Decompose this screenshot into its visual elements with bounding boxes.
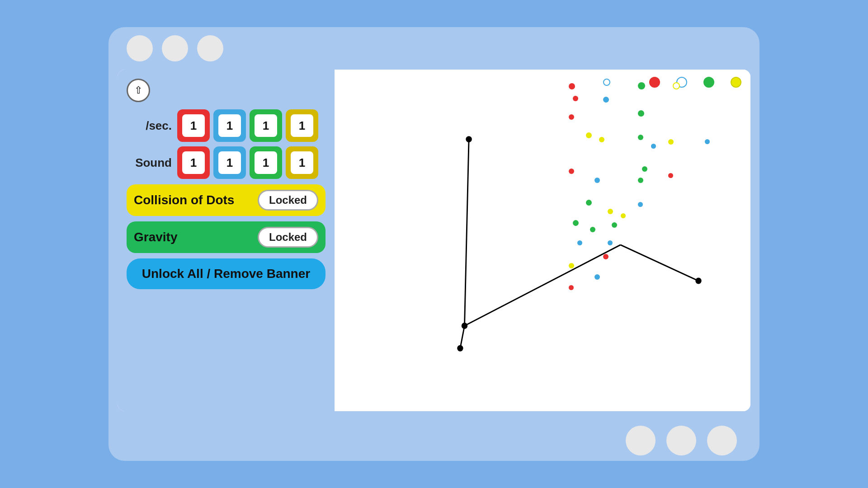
svg-point-4 xyxy=(466,136,472,142)
svg-line-3 xyxy=(621,245,699,281)
svg-point-6 xyxy=(457,345,463,352)
up-button[interactable]: ⇧ xyxy=(127,79,150,102)
dot-23 xyxy=(573,220,579,226)
dot-16 xyxy=(642,166,647,172)
dot-19 xyxy=(586,200,592,206)
footer-bar xyxy=(108,420,760,461)
blue-sound-box: 1 xyxy=(213,146,246,179)
rate-label: /sec. xyxy=(127,119,172,133)
dot-27 xyxy=(577,240,582,245)
dot-25 xyxy=(612,222,617,228)
svg-point-7 xyxy=(695,278,701,284)
legend-dot-yellow xyxy=(731,77,741,88)
blue-rate-value: 1 xyxy=(218,114,241,137)
legend-dot-red xyxy=(649,77,660,88)
dot-30 xyxy=(594,274,600,280)
dot-11 xyxy=(668,139,674,145)
dot-24 xyxy=(590,227,595,232)
titlebar xyxy=(108,27,760,70)
dot-8 xyxy=(586,132,592,138)
dot-10 xyxy=(638,135,643,140)
gravity-label: Gravity xyxy=(134,230,251,244)
dot-1 xyxy=(603,79,610,86)
dot-18 xyxy=(668,173,673,178)
unlock-all-button[interactable]: Unlock All / Remove Banner xyxy=(127,258,326,289)
dot-26 xyxy=(608,240,613,245)
collision-feature-row: Collision of Dots Locked xyxy=(127,184,326,216)
dot-22 xyxy=(621,213,626,218)
dot-29 xyxy=(569,263,574,268)
blue-rate-box: 1 xyxy=(213,109,246,142)
dot-2 xyxy=(638,82,645,89)
dot-legend xyxy=(649,77,741,88)
dot-3 xyxy=(673,82,680,89)
yellow-rate-value: 1 xyxy=(291,114,313,137)
collision-label: Collision of Dots xyxy=(134,193,251,207)
simulation-area xyxy=(335,70,750,411)
yellow-rate-box: 1 xyxy=(286,109,318,142)
svg-line-1 xyxy=(460,326,465,348)
red-rate-box: 1 xyxy=(177,109,210,142)
dot-0 xyxy=(569,83,575,89)
dot-7 xyxy=(638,110,644,117)
simulation-lines xyxy=(335,70,750,411)
svg-line-2 xyxy=(465,245,621,326)
main-window: ⇧ /sec. 1 1 1 1 Sound xyxy=(108,27,760,461)
footer-btn-1[interactable] xyxy=(626,426,656,455)
content-area: ⇧ /sec. 1 1 1 1 Sound xyxy=(118,70,750,411)
red-sound-box: 1 xyxy=(177,146,210,179)
svg-point-5 xyxy=(462,323,467,329)
yellow-sound-value: 1 xyxy=(291,151,313,174)
dot-4 xyxy=(573,96,578,101)
dot-5 xyxy=(603,97,609,103)
dot-21 xyxy=(608,209,613,214)
red-sound-value: 1 xyxy=(182,151,205,174)
gravity-locked-badge: Locked xyxy=(258,227,318,248)
green-sound-box: 1 xyxy=(250,146,282,179)
green-rate-box: 1 xyxy=(250,109,282,142)
titlebar-btn-2[interactable] xyxy=(162,35,188,61)
dot-13 xyxy=(705,139,710,144)
legend-dot-green xyxy=(703,77,714,88)
gravity-feature-row: Gravity Locked xyxy=(127,221,326,253)
titlebar-btn-3[interactable] xyxy=(197,35,223,61)
dot-6 xyxy=(569,114,574,120)
dot-20 xyxy=(638,202,643,207)
footer-btn-2[interactable] xyxy=(666,426,696,455)
dot-12 xyxy=(651,144,656,149)
dot-17 xyxy=(638,178,643,183)
dot-31 xyxy=(569,285,574,290)
green-rate-value: 1 xyxy=(255,114,277,137)
rate-row: /sec. 1 1 1 1 xyxy=(127,109,326,142)
dot-9 xyxy=(599,137,604,142)
dot-14 xyxy=(569,169,574,174)
footer-btn-3[interactable] xyxy=(707,426,737,455)
dot-15 xyxy=(594,178,600,183)
dot-28 xyxy=(603,254,609,259)
svg-line-0 xyxy=(465,139,469,326)
collision-locked-badge: Locked xyxy=(258,190,318,211)
titlebar-btn-1[interactable] xyxy=(127,35,153,61)
sound-row: Sound 1 1 1 1 xyxy=(127,146,326,179)
left-panel: ⇧ /sec. 1 1 1 1 Sound xyxy=(118,70,335,411)
yellow-sound-box: 1 xyxy=(286,146,318,179)
red-rate-value: 1 xyxy=(182,114,205,137)
blue-sound-value: 1 xyxy=(218,151,241,174)
sound-label: Sound xyxy=(127,156,172,170)
green-sound-value: 1 xyxy=(255,151,277,174)
